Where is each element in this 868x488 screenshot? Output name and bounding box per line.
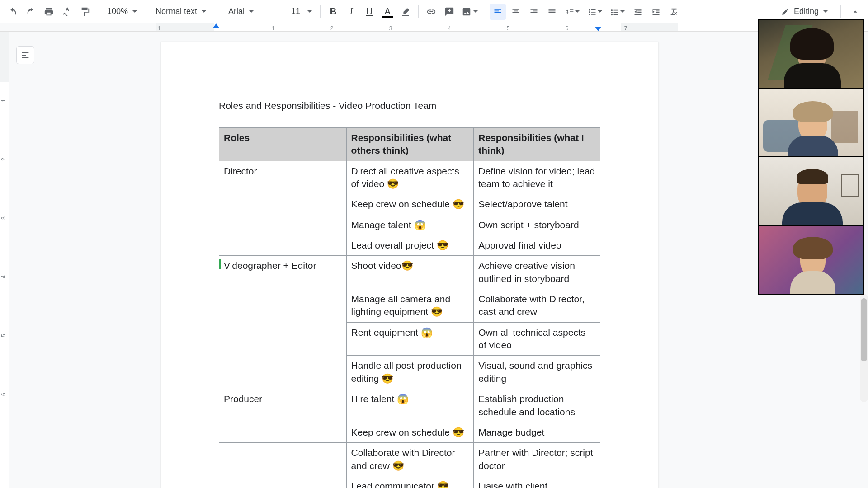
video-participant-2[interactable] [759,89,863,156]
mine-cell[interactable]: Partner with Director; script doctor [474,443,600,476]
chevron-down-icon [473,10,478,13]
table-row[interactable]: Keep crew on schedule 😎Manage budget [219,422,600,442]
document-outline-button[interactable] [16,46,34,64]
left-indent-marker[interactable] [213,23,219,28]
table-header: Responsibilities (what I think) [474,128,600,161]
ruler-tick: 2 [330,25,334,32]
chevron-down-icon [132,10,137,13]
separator [98,5,98,18]
bulleted-list-button[interactable] [607,4,628,20]
others-cell[interactable]: Keep crew on schedule 😎 [346,194,474,215]
vertical-scrollbar[interactable] [860,294,868,402]
role-cell[interactable] [219,443,347,476]
others-cell[interactable]: Hire talent 😱 [346,389,474,422]
bold-button[interactable]: B [325,4,341,20]
checklist-button[interactable] [585,4,605,20]
align-justify-button[interactable] [544,4,560,20]
vruler-tick: 2 [0,158,7,161]
mode-label: Editing [794,7,819,16]
redo-button[interactable] [23,4,39,20]
mine-cell[interactable]: Own all technical aspects of video [474,322,600,356]
table-header: Responsibilities (what others think) [346,128,474,161]
mine-cell[interactable]: Liaise with client [474,476,600,488]
video-participant-3[interactable] [759,157,863,225]
others-cell[interactable]: Collaborate with Director and crew 😎 [346,443,474,476]
font-dropdown[interactable]: Arial [224,4,278,20]
insert-image-button[interactable] [459,4,480,20]
page-title: Roles and Responsibilities - Video Produ… [219,100,600,111]
role-cell[interactable]: Producer [219,389,347,422]
chevron-down-icon [823,10,828,13]
others-cell[interactable]: Handle all post-production editing 😎 [346,356,474,389]
vruler-tick: 6 [0,393,7,396]
mine-cell[interactable]: Define vision for video; lead team to ac… [474,161,600,194]
table-row[interactable]: Videographer + EditorShoot video😎Achieve… [219,256,600,289]
add-comment-button[interactable] [441,4,458,20]
document-page[interactable]: Roles and Responsibilities - Video Produ… [161,42,658,488]
table-row[interactable]: Collaborate with Director and crew 😎Part… [219,443,600,476]
highlight-button[interactable] [397,4,414,20]
mine-cell[interactable]: Own script + storyboard [474,215,600,235]
others-cell[interactable]: Manage talent 😱 [346,215,474,235]
role-cell[interactable]: Videographer + Editor [219,256,347,389]
vruler-tick: 1 [0,99,7,102]
spellcheck-button[interactable] [59,4,75,20]
zoom-dropdown[interactable]: 100% [103,4,142,20]
mine-cell[interactable]: Visual, sound and graphics editing [474,356,600,389]
role-cell[interactable] [219,422,347,442]
decrease-indent-button[interactable] [630,4,646,20]
editing-mode-dropdown[interactable]: Editing [775,4,834,20]
italic-button[interactable]: I [343,4,359,20]
mine-cell[interactable]: Select/approve talent [474,194,600,215]
align-center-button[interactable] [508,4,524,20]
ruler-tick: 1 [158,25,161,32]
others-cell[interactable]: Direct all creative aspects of video 😎 [346,161,474,194]
separator [418,5,419,18]
chevron-down-icon [575,10,580,13]
mine-cell[interactable]: Achieve creative vision outlined in stor… [474,256,600,289]
increase-indent-button[interactable] [648,4,664,20]
others-cell[interactable]: Shoot video😎 [346,256,474,289]
align-right-button[interactable] [526,4,542,20]
collaborator-cursor [219,259,221,269]
table-row[interactable]: ProducerHire talent 😱Establish productio… [219,389,600,422]
table-header: Roles [219,128,347,161]
paint-format-button[interactable] [77,4,93,20]
text-color-button[interactable]: A [379,4,396,20]
collapse-toolbar-button[interactable] [847,4,863,20]
clear-formatting-button[interactable] [666,4,682,20]
table-row[interactable]: DirectorDirect all creative aspects of v… [219,161,600,194]
others-cell[interactable]: Keep crew on schedule 😎 [346,422,474,442]
others-cell[interactable]: Lead communicator 😎 [346,476,474,488]
align-left-button[interactable] [490,4,506,20]
roles-table[interactable]: Roles Responsibilities (what others thin… [219,127,600,488]
separator [219,5,219,18]
mine-cell[interactable]: Manage budget [474,422,600,442]
scrollbar-thumb[interactable] [861,298,867,361]
mine-cell[interactable]: Collaborate with Director, cast and crew [474,289,600,323]
video-call-overlay[interactable] [758,19,864,295]
line-spacing-button[interactable] [562,4,583,20]
font-size-dropdown[interactable]: 11 [288,4,316,20]
role-cell[interactable]: Director [219,161,347,256]
video-participant-4[interactable] [759,226,863,294]
font-size-value: 11 [291,7,300,16]
insert-link-button[interactable] [423,4,439,20]
right-indent-marker[interactable] [595,27,601,31]
vruler-tick: 3 [0,216,7,220]
paragraph-style-dropdown[interactable]: Normal text [151,4,214,20]
others-cell[interactable]: Manage all camera and lighting equipment… [346,289,474,323]
undo-button[interactable] [5,4,21,20]
mine-cell[interactable]: Approval final video [474,235,600,256]
role-cell[interactable] [219,476,347,488]
print-button[interactable] [41,4,57,20]
others-cell[interactable]: Rent equipment 😱 [346,322,474,356]
underline-button[interactable]: U [361,4,377,20]
others-cell[interactable]: Lead overall project 😎 [346,235,474,256]
mine-cell[interactable]: Establish production schedule and locati… [474,389,600,422]
video-participant-1[interactable] [759,20,863,88]
separator [840,5,841,18]
horizontal-ruler[interactable]: 11234567 [0,23,868,32]
vertical-ruler[interactable]: 123456 [0,32,9,488]
table-row[interactable]: Lead communicator 😎Liaise with client [219,476,600,488]
